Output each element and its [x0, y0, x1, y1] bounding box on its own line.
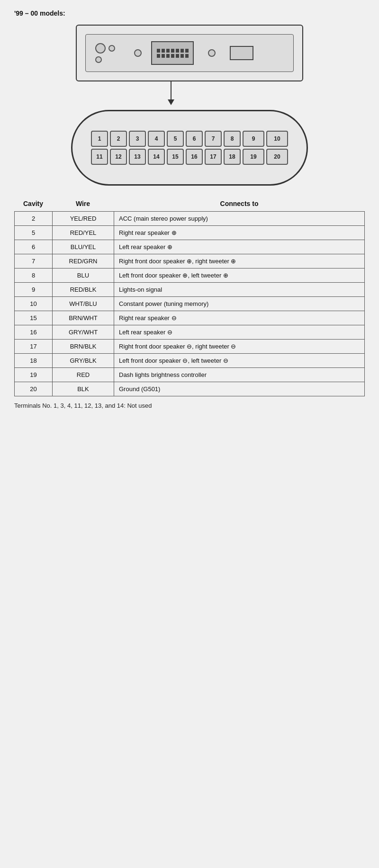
pin-12: 12 — [110, 149, 127, 165]
header-cavity: Cavity — [14, 200, 52, 207]
right-circle — [208, 49, 216, 57]
header-connects: Connects to — [114, 200, 365, 207]
cell-wire: RED/GRN — [53, 254, 114, 268]
connector-pin-grid: 1 2 3 4 5 6 7 8 9 10 11 12 13 14 15 16 1… — [91, 131, 288, 165]
cell-wire: BRN/BLK — [53, 340, 114, 354]
cell-wire: GRY/BLK — [53, 354, 114, 368]
pin-17: 17 — [205, 149, 222, 165]
pin-5: 5 — [167, 131, 184, 147]
pin-8: 8 — [224, 131, 241, 147]
tooth — [157, 54, 160, 58]
circle-bottom-small — [95, 56, 102, 63]
right-circle-group — [208, 49, 216, 57]
pin-20: 20 — [266, 149, 288, 165]
cell-connects: Left front door speaker ⊖, left tweeter … — [114, 354, 365, 368]
tooth — [166, 54, 170, 58]
pin-14: 14 — [148, 149, 165, 165]
table-row: 7RED/GRNRight front door speaker ⊕, righ… — [15, 254, 365, 268]
cell-wire: RED/YEL — [53, 226, 114, 240]
pin-19: 19 — [243, 149, 264, 165]
cell-cavity: 18 — [15, 354, 53, 368]
tooth — [171, 54, 174, 58]
tooth — [185, 49, 189, 53]
cell-connects: Left rear speaker ⊖ — [114, 325, 365, 340]
cell-cavity: 20 — [15, 382, 53, 396]
cell-connects: Ground (G501) — [114, 382, 365, 396]
tooth — [162, 49, 165, 53]
cell-connects: ACC (main stereo power supply) — [114, 212, 365, 226]
pin-3: 3 — [129, 131, 146, 147]
wiring-table-section: Cavity Wire Connects to 2YEL/REDACC (mai… — [14, 197, 365, 409]
left-circles — [95, 43, 115, 63]
pin-6: 6 — [186, 131, 203, 147]
arrow-head — [168, 99, 174, 105]
table-row: 17BRN/BLKRight front door speaker ⊖, rig… — [15, 340, 365, 354]
circle-small — [108, 45, 115, 52]
tooth — [171, 49, 174, 53]
tooth — [185, 54, 189, 58]
rect-connector-box — [230, 46, 253, 60]
table-row: 2YEL/REDACC (main stereo power supply) — [15, 212, 365, 226]
cell-connects: Right front door speaker ⊕, right tweete… — [114, 254, 365, 268]
tooth — [162, 54, 165, 58]
cell-connects: Right rear speaker ⊖ — [114, 311, 365, 325]
cell-wire: RED — [53, 368, 114, 382]
table-row: 15BRN/WHTRight rear speaker ⊖ — [15, 311, 365, 325]
pin-2: 2 — [110, 131, 127, 147]
tooth — [157, 49, 160, 53]
cell-connects: Lights-on signal — [114, 283, 365, 297]
tooth — [166, 49, 170, 53]
tooth — [176, 49, 179, 53]
tooth — [180, 49, 184, 53]
tooth — [180, 54, 184, 58]
table-row: 10WHT/BLUConstant power (tuning memory) — [15, 297, 365, 311]
tooth — [176, 54, 179, 58]
pin-13: 13 — [129, 149, 146, 165]
connector-teeth-top — [157, 49, 189, 53]
connector-oval: 1 2 3 4 5 6 7 8 9 10 11 12 13 14 15 16 1… — [71, 110, 308, 186]
cell-cavity: 9 — [15, 283, 53, 297]
cell-wire: BLK — [53, 382, 114, 396]
pin-7: 7 — [205, 131, 222, 147]
unit-inner — [85, 34, 294, 72]
wiring-table: 2YEL/REDACC (main stereo power supply)5R… — [14, 211, 365, 396]
cell-wire: RED/BLK — [53, 283, 114, 297]
cell-connects: Right front door speaker ⊖, right tweete… — [114, 340, 365, 354]
table-row: 18GRY/BLKLeft front door speaker ⊖, left… — [15, 354, 365, 368]
cell-wire: BLU — [53, 268, 114, 283]
cell-wire: WHT/BLU — [53, 297, 114, 311]
right-rect-connector — [230, 46, 253, 60]
main-connector — [151, 41, 194, 65]
circle-large — [95, 43, 106, 54]
cell-wire: YEL/RED — [53, 212, 114, 226]
table-row: 20BLKGround (G501) — [15, 382, 365, 396]
diagram-section: 1 2 3 4 5 6 7 8 9 10 11 12 13 14 15 16 1… — [14, 25, 365, 186]
table-header-row: Cavity Wire Connects to — [14, 197, 365, 211]
table-row: 9RED/BLKLights-on signal — [15, 283, 365, 297]
center-circle — [134, 49, 142, 57]
cell-cavity: 10 — [15, 297, 53, 311]
cell-cavity: 7 — [15, 254, 53, 268]
pin-15: 15 — [167, 149, 184, 165]
head-unit-diagram — [76, 25, 303, 81]
pin-10: 10 — [266, 131, 288, 147]
cell-cavity: 16 — [15, 325, 53, 340]
table-row: 8BLULeft front door speaker ⊕, left twee… — [15, 268, 365, 283]
pin-18: 18 — [224, 149, 241, 165]
cell-wire: GRY/WHT — [53, 325, 114, 340]
cell-wire: BRN/WHT — [53, 311, 114, 325]
cell-cavity: 5 — [15, 226, 53, 240]
page-title: '99 – 00 models: — [14, 9, 365, 17]
cell-wire: BLU/YEL — [53, 240, 114, 254]
table-row: 16GRY/WHTLeft rear speaker ⊖ — [15, 325, 365, 340]
connector-row-1: 1 2 3 4 5 6 7 8 9 10 — [91, 131, 288, 147]
cell-connects: Left front door speaker ⊕, left tweeter … — [114, 268, 365, 283]
cell-cavity: 8 — [15, 268, 53, 283]
table-row: 19REDDash lights brightness controller — [15, 368, 365, 382]
header-wire: Wire — [52, 200, 114, 207]
cell-cavity: 19 — [15, 368, 53, 382]
cell-connects: Left rear speaker ⊕ — [114, 240, 365, 254]
pin-11: 11 — [91, 149, 108, 165]
circle-pair-top — [95, 43, 115, 54]
cell-connects: Right rear speaker ⊕ — [114, 226, 365, 240]
